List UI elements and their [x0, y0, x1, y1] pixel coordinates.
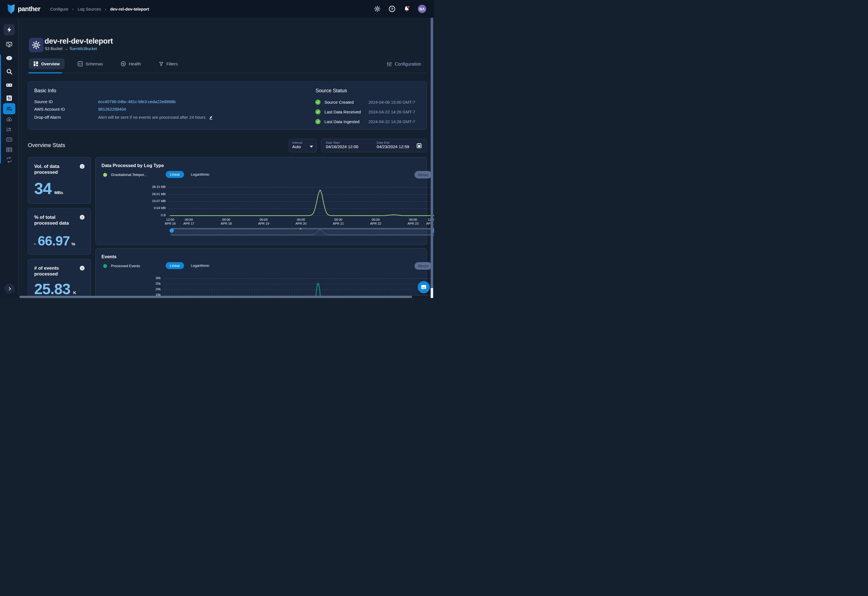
sliders-chip-icon — [6, 95, 12, 102]
help-icon[interactable]: ? — [388, 5, 396, 12]
bell-icon[interactable] — [403, 5, 410, 12]
page-title: dev-rel-dev-teleport — [44, 37, 113, 46]
linear-toggle[interactable]: Linear — [166, 262, 184, 269]
schemas-icon — [78, 61, 83, 66]
tab-label: Health — [129, 62, 141, 66]
horizontal-scrollbar-thumb[interactable] — [19, 296, 412, 298]
edit-pencil-icon[interactable] — [209, 115, 213, 119]
info-icon[interactable]: i — [80, 164, 84, 169]
avatar[interactable]: BA — [418, 5, 426, 13]
alert-oval-icon — [6, 55, 13, 62]
configuration-link[interactable]: Configuration — [387, 62, 421, 67]
tab-health[interactable]: Health — [116, 58, 145, 69]
filter-funnel-icon — [159, 62, 164, 66]
log-sources-icon — [6, 105, 13, 112]
calendar-icon[interactable] — [416, 142, 422, 149]
chat-launcher-button[interactable] — [418, 281, 430, 293]
logarithmic-toggle[interactable]: Logarithmic — [191, 264, 210, 268]
date-start-label: Date Start — [326, 141, 373, 144]
legend-item[interactable]: Gravitational.Telepor... — [103, 173, 147, 177]
source-id-label: Source ID — [34, 99, 53, 104]
tab-schemas[interactable]: Schemas — [73, 58, 108, 69]
tab-label: Schemas — [86, 62, 103, 66]
breadcrumb-configure[interactable]: Configure — [50, 7, 68, 12]
branch-arrows-icon — [6, 126, 12, 133]
legend-label: Gravitational.Telepor... — [111, 173, 147, 177]
sidebar-item-integrations[interactable] — [4, 124, 15, 135]
linear-toggle[interactable]: Linear — [166, 171, 184, 178]
chevron-down-icon — [310, 146, 313, 148]
sidebar-item-log-sources[interactable] — [3, 103, 15, 114]
interval-label: Interval — [292, 141, 313, 144]
source-type-icon — [29, 38, 43, 52]
sidebar-item-quickstart[interactable] — [4, 24, 15, 35]
sidebar-item-detections[interactable] — [4, 80, 15, 91]
search-icon — [6, 68, 13, 75]
sidebar-item-search[interactable] — [4, 66, 15, 77]
overview-stats-heading: Overview Stats — [28, 142, 65, 149]
chart-title: Events — [102, 254, 117, 260]
gear-icon[interactable] — [373, 5, 381, 12]
stat-value: 66.97 — [38, 233, 70, 248]
tab-overview[interactable]: Overview — [29, 58, 65, 69]
chevron-right-icon — [8, 287, 12, 291]
dropoff-alarm-value: Alert will be sent if no events are proc… — [98, 115, 205, 119]
vertical-scrollbar-thumb[interactable] — [431, 288, 433, 298]
panther-logo[interactable]: panther — [7, 4, 40, 14]
health-pulse-icon — [121, 61, 126, 66]
lightning-icon — [6, 27, 12, 33]
sidebar-scroll-indicator — [0, 55, 1, 164]
legend-item[interactable]: Processed Events — [103, 264, 140, 268]
brush-grip-handle[interactable] — [300, 228, 301, 230]
date-start-field[interactable]: Date Start 04/16/2024 12:00 — [326, 141, 373, 150]
legend-label: Processed Events — [111, 264, 140, 268]
code-chip-icon — [6, 82, 12, 89]
status-value: 2024-04-08 15:00 GMT-7 — [368, 100, 415, 105]
reset-button[interactable]: Reset — [415, 262, 432, 270]
tab-filters[interactable]: Filters — [154, 58, 183, 69]
info-icon[interactable]: i — [80, 266, 84, 270]
sidebar-item-build[interactable] — [4, 93, 15, 104]
sidebar-item-data-models[interactable] — [4, 144, 15, 155]
sidebar-expand-button[interactable] — [4, 283, 15, 294]
logarithmic-toggle[interactable]: Logarithmic — [191, 173, 210, 177]
arrow-right-icon: → — [64, 46, 68, 51]
brand-name: panther — [18, 5, 40, 13]
sidebar-item-api-tokens[interactable] — [4, 134, 15, 145]
brush-handle-left[interactable] — [170, 229, 174, 233]
loop-arrows-icon — [6, 156, 12, 163]
chevron-right-icon: › — [105, 7, 106, 12]
bucket-link[interactable]: fluentds3bucket — [70, 46, 97, 51]
source-type-label: S3 Bucket — [45, 46, 62, 51]
sidebar-item-cloud-security[interactable] — [4, 114, 15, 125]
date-end-value: 04/23/2024 12:59 — [377, 144, 416, 149]
status-label: Last Data Received — [325, 109, 361, 114]
date-start-value: 04/16/2024 12:00 — [326, 144, 373, 149]
interval-dropdown[interactable]: Interval Auto — [289, 139, 317, 152]
vertical-scrollbar-track[interactable] — [431, 18, 433, 298]
breadcrumb-log-sources[interactable]: Log Sources — [78, 7, 101, 12]
date-range-picker[interactable]: Date Start 04/16/2024 12:00 Date End 04/… — [321, 139, 427, 152]
sidebar-item-workflows[interactable] — [4, 154, 15, 165]
status-value: 2024-04-22 14:28 GMT-7 — [368, 119, 415, 124]
sidebar-item-dashboard[interactable] — [4, 39, 15, 50]
tab-label: Overview — [41, 62, 60, 66]
breadcrumb: Configure › Log Sources › dev-rel-dev-te… — [50, 7, 149, 12]
reset-button[interactable]: Reset — [415, 171, 432, 179]
status-check-icon — [315, 109, 320, 115]
source-id-value: ecc40796-04bc-481c-bfe3-ceda22e8898b — [98, 99, 176, 104]
date-end-label: Date End — [377, 141, 416, 144]
date-end-field[interactable]: Date End 04/23/2024 12:59 — [377, 141, 416, 150]
tab-label: Filters — [167, 62, 178, 66]
chart-brush-track[interactable] — [171, 228, 434, 229]
stat-prefix: ~ — [34, 242, 36, 246]
stat-title: Vol. of data processed — [34, 164, 76, 176]
status-value: 2024-04-22 14:26 GMT-7 — [368, 109, 415, 114]
sidebar-item-alerts[interactable] — [4, 53, 15, 63]
gear-icon — [31, 40, 41, 50]
aws-account-id-label: AWS Account ID — [34, 107, 65, 112]
chevron-right-icon: › — [72, 7, 74, 12]
stat-title: # of events processed — [34, 265, 76, 277]
code-frame-icon — [6, 136, 12, 143]
source-status-title: Source Status — [316, 88, 347, 94]
